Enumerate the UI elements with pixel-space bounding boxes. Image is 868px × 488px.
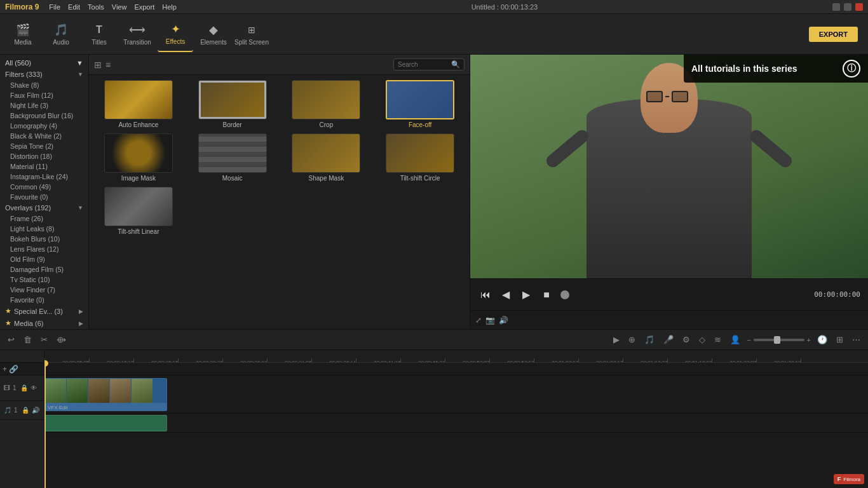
close-btn[interactable] bbox=[855, 3, 863, 11]
play-button[interactable]: ▶ bbox=[519, 287, 534, 302]
toolbar-audio[interactable]: 🎵 Audio bbox=[43, 17, 79, 52]
undo-button[interactable]: ↩ bbox=[5, 334, 17, 346]
sidebar-item-tv-static[interactable]: Tv Static (10) bbox=[0, 274, 88, 285]
sidebar-item-bokeh[interactable]: Bokeh Blurs (10) bbox=[0, 234, 88, 244]
toolbar-transition[interactable]: ⟷ Transition bbox=[119, 17, 155, 52]
sidebar-item-favourite[interactable]: Favourite (0) bbox=[0, 192, 88, 202]
fullscreen-icon[interactable]: ⤢ bbox=[475, 316, 482, 325]
sidebar-item-shake[interactable]: Shake (8) bbox=[0, 80, 88, 90]
sidebar-item-old-film[interactable]: Old Film (9) bbox=[0, 254, 88, 264]
go-start-button[interactable]: ⏮ bbox=[478, 287, 493, 302]
tutorial-text: All tutorials in this series bbox=[691, 64, 836, 74]
lock-icon[interactable]: 🔒 bbox=[20, 384, 28, 391]
menu-tools[interactable]: Tools bbox=[88, 3, 104, 11]
sidebar-media-header[interactable]: ★ Media (6) ▶ bbox=[0, 317, 88, 329]
effect-tilt-shift-linear[interactable]: Tilt-shift Linear bbox=[94, 187, 183, 235]
sidebar-item-material[interactable]: Material (11) bbox=[0, 161, 88, 172]
motion-track-button[interactable]: ≋ bbox=[712, 334, 724, 346]
effect-auto-enhance[interactable]: Auto Enhance bbox=[94, 80, 183, 128]
effect-label-shape-mask: Shape Mask bbox=[309, 175, 344, 182]
effect-thumb-tilt-shift-circle bbox=[386, 133, 454, 173]
clock-icon[interactable]: 🕐 bbox=[815, 334, 830, 346]
effect-label-mosaic: Mosaic bbox=[222, 175, 243, 182]
add-media-icon[interactable]: + bbox=[3, 365, 7, 374]
stop-button[interactable]: ■ bbox=[539, 287, 554, 302]
effect-face-off[interactable]: Face-off bbox=[376, 80, 465, 128]
play-tl-button[interactable]: ▶ bbox=[611, 334, 622, 346]
menu-edit[interactable]: Edit bbox=[68, 3, 80, 11]
cut-button[interactable]: ✂ bbox=[38, 334, 50, 346]
effect-image-mask[interactable]: Image Mask bbox=[94, 133, 183, 182]
sidebar-filters-header[interactable]: Filters (333) ▼ bbox=[0, 69, 88, 80]
preview-video: All tutorials in this series ⓘ bbox=[470, 55, 868, 278]
zoom-in-icon[interactable]: + bbox=[807, 336, 811, 344]
sidebar-item-distortion[interactable]: Distortion (18) bbox=[0, 151, 88, 161]
sidebar-item-damaged-film[interactable]: Damaged Film (5) bbox=[0, 264, 88, 274]
voice-button[interactable]: 🎤 bbox=[661, 334, 676, 346]
effect-border[interactable]: Border bbox=[188, 80, 277, 128]
sidebar-item-lens-flares[interactable]: Lens Flares (12) bbox=[0, 244, 88, 254]
audio-tl-button[interactable]: 🎵 bbox=[642, 334, 657, 346]
sidebar-all[interactable]: All (560) ▼ bbox=[0, 57, 88, 69]
more-tl-icon[interactable]: ⋯ bbox=[850, 334, 863, 346]
transition-icon: ⟷ bbox=[130, 22, 145, 37]
play-backward-button[interactable]: ◀ bbox=[498, 287, 513, 302]
menu-view[interactable]: View bbox=[112, 3, 127, 11]
audio-clip[interactable] bbox=[44, 415, 167, 431]
list-view-icon[interactable]: ≡ bbox=[105, 60, 111, 70]
sidebar-item-bw[interactable]: Black & White (2) bbox=[0, 131, 88, 141]
volume-icon[interactable]: 🔊 bbox=[32, 407, 39, 414]
sidebar-item-bg-blur[interactable]: Background Blur (16) bbox=[0, 111, 88, 121]
sidebar-item-lomography[interactable]: Lomography (4) bbox=[0, 121, 88, 131]
sidebar-item-frame[interactable]: Frame (26) bbox=[0, 214, 88, 224]
effect-shape-mask[interactable]: Shape Mask bbox=[282, 133, 371, 182]
camera-icon[interactable]: 📷 bbox=[485, 316, 495, 325]
delete-button[interactable]: 🗑 bbox=[21, 334, 34, 346]
info-button[interactable]: ⓘ bbox=[843, 60, 860, 78]
toolbar-split-screen[interactable]: ⊞ Split Screen bbox=[234, 17, 269, 52]
zoom-slider[interactable] bbox=[754, 339, 804, 341]
snapshot-button[interactable] bbox=[560, 290, 569, 299]
toolbar-effects[interactable]: ✦ Effects bbox=[158, 17, 193, 52]
sidebar-special-header[interactable]: ★ Special Ev... (3) ▶ bbox=[0, 305, 88, 317]
zoom-out-icon[interactable]: − bbox=[747, 336, 750, 344]
keyframe-button[interactable]: ◇ bbox=[696, 334, 708, 346]
snap-button[interactable]: ⊕ bbox=[626, 334, 638, 346]
settings-tl-button[interactable]: ⚙ bbox=[680, 334, 693, 346]
effect-crop[interactable]: Crop bbox=[282, 80, 371, 128]
toolbar-elements[interactable]: ◆ Elements bbox=[196, 17, 231, 52]
sidebar-item-light-leaks[interactable]: Light Leaks (8) bbox=[0, 224, 88, 234]
minimize-btn[interactable] bbox=[832, 3, 840, 11]
video-clip[interactable]: VFX Edit bbox=[44, 378, 167, 411]
sidebar-item-faux-film[interactable]: Faux Film (12) bbox=[0, 90, 88, 100]
sidebar-item-view-finder[interactable]: View Finder (7) bbox=[0, 285, 88, 295]
effect-thumb-crop bbox=[292, 80, 360, 119]
search-input[interactable] bbox=[398, 61, 449, 68]
effect-mosaic[interactable]: Mosaic bbox=[188, 133, 277, 182]
clip-thumbnail-strip bbox=[45, 379, 166, 403]
sidebar-item-overlay-fav[interactable]: Favorite (0) bbox=[0, 295, 88, 305]
audio-lock-icon[interactable]: 🔒 bbox=[22, 407, 29, 414]
effect-tilt-shift-circle[interactable]: Tilt-shift Circle bbox=[376, 133, 465, 182]
audio-preview-icon[interactable]: 🔊 bbox=[499, 316, 508, 325]
eye-icon[interactable]: 👁 bbox=[31, 384, 37, 391]
grid-view-icon[interactable]: ⊞ bbox=[94, 60, 102, 70]
preview-secondary-controls: ⤢ 📷 🔊 bbox=[470, 310, 868, 329]
menu-export[interactable]: Export bbox=[134, 3, 154, 11]
sidebar-item-common[interactable]: Common (49) bbox=[0, 182, 88, 192]
ai-portrait-button[interactable]: 👤 bbox=[728, 334, 743, 346]
maximize-btn[interactable] bbox=[844, 3, 851, 11]
split-button[interactable]: ⟴ bbox=[54, 334, 69, 346]
menu-file[interactable]: File bbox=[49, 3, 60, 11]
sidebar-item-instagram[interactable]: Instagram-Like (24) bbox=[0, 172, 88, 182]
link-icon[interactable]: 🔗 bbox=[9, 365, 18, 374]
toolbar-media[interactable]: 🎬 Media bbox=[5, 17, 41, 52]
sidebar-item-sepia[interactable]: Sepia Tone (2) bbox=[0, 141, 88, 151]
special-chevron-icon: ▶ bbox=[79, 308, 83, 315]
layout-icon[interactable]: ⊞ bbox=[834, 334, 846, 346]
toolbar-titles[interactable]: T Titles bbox=[81, 17, 117, 52]
menu-help[interactable]: Help bbox=[162, 3, 177, 11]
sidebar-overlays-header[interactable]: Overlays (192) ▼ bbox=[0, 202, 88, 214]
sidebar-item-night-life[interactable]: Night Life (3) bbox=[0, 100, 88, 111]
export-button[interactable]: EXPORT bbox=[809, 27, 858, 42]
